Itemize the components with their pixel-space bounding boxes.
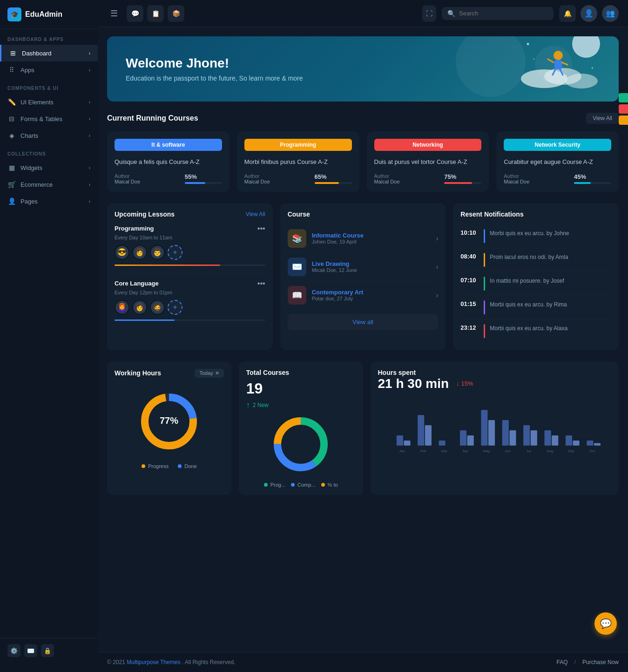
total-courses-title: Total Courses bbox=[246, 369, 356, 376]
svg-rect-34 bbox=[418, 415, 424, 446]
banner-illustration: ✦ ✦ ✦ bbox=[516, 36, 600, 102]
total-courses-panel: Total Courses 19 ↑ 2 New bbox=[239, 361, 363, 495]
sidebar-item-pages[interactable]: 👤 Pages › bbox=[0, 193, 98, 210]
upcoming-title: Upcoming Lessons bbox=[115, 210, 175, 218]
svg-rect-5 bbox=[554, 60, 562, 69]
avatar-5: 👩 bbox=[132, 300, 147, 315]
chat-icon-button[interactable]: 💬 bbox=[127, 5, 143, 22]
course-title-2: Morbi finibus purus Course A-Z bbox=[244, 157, 352, 167]
sri-green[interactable] bbox=[619, 93, 628, 102]
chart-icon: ◈ bbox=[7, 131, 16, 140]
svg-rect-51 bbox=[594, 443, 600, 445]
svg-rect-44 bbox=[523, 425, 530, 446]
arrow-icon-1: › bbox=[436, 235, 439, 242]
legend-done: Done bbox=[178, 463, 196, 469]
sidebar-section-components: COMPONENTS & UI bbox=[0, 78, 98, 94]
add-participant-button[interactable]: + bbox=[168, 245, 182, 260]
notif-item-2: 08:40 Proin iacul eros no odi. by Amla bbox=[460, 248, 611, 272]
notif-time-1: 10:10 bbox=[460, 229, 479, 243]
svg-text:77%: 77% bbox=[160, 415, 178, 426]
sidebar-item-widgets[interactable]: ▦ Widgets › bbox=[0, 159, 98, 176]
add-participant-button-2[interactable]: + bbox=[168, 300, 182, 315]
search-input[interactable] bbox=[459, 10, 548, 17]
course-info-3: Contemporary Art Potar doe, 27 July bbox=[312, 289, 431, 301]
floating-action-button[interactable]: 💬 bbox=[594, 612, 617, 635]
svg-point-3 bbox=[565, 74, 598, 88]
view-all-courses-button[interactable]: View all bbox=[288, 314, 439, 330]
welcome-banner: Welcome Jhone! Education is the passport… bbox=[107, 36, 619, 102]
apps-icon: ⠿ bbox=[7, 66, 16, 74]
purchase-now-link[interactable]: Purchase Now bbox=[582, 659, 619, 665]
lesson-avatars-1: 😎 👩 👨 + bbox=[115, 245, 265, 260]
svg-rect-40 bbox=[481, 410, 487, 446]
mail-icon[interactable]: ✉️ bbox=[24, 644, 37, 657]
avatar-2: 👩 bbox=[132, 245, 147, 260]
svg-rect-48 bbox=[565, 435, 572, 445]
sidebar-item-label: Widgets bbox=[20, 164, 84, 171]
settings-icon[interactable]: ⚙️ bbox=[7, 644, 20, 657]
clipboard-icon-button[interactable]: 📋 bbox=[147, 5, 164, 22]
course-tag-1: It & software bbox=[115, 139, 222, 151]
sidebar-item-ui-elements[interactable]: ✏️ UI Elements › bbox=[0, 94, 98, 110]
courses-view-all-button[interactable]: View All bbox=[586, 113, 619, 124]
sri-yellow[interactable] bbox=[619, 115, 628, 125]
logo-icon: 🎓 bbox=[7, 7, 21, 21]
faq-link[interactable]: FAQ bbox=[557, 659, 568, 665]
sri-red[interactable] bbox=[619, 104, 628, 114]
course-info-2: Live Drawing Micak Doe, 12 June bbox=[312, 260, 431, 273]
course-item-3[interactable]: 📖 Contemporary Art Potar doe, 27 July › bbox=[288, 281, 439, 309]
course-item-name-3: Contemporary Art bbox=[312, 289, 431, 296]
sidebar-item-ecommerce[interactable]: 🛒 Ecommerce › bbox=[0, 176, 98, 193]
lesson-name-2: Core Language bbox=[115, 280, 159, 287]
course-item-meta-2: Micak Doe, 12 June bbox=[312, 267, 431, 273]
hours-spent-panel: Hours spent 21 h 30 min ↓ 15% bbox=[371, 361, 619, 495]
user-avatar[interactable]: 👤 bbox=[581, 5, 597, 22]
lock-icon[interactable]: 🔒 bbox=[41, 644, 54, 657]
sidebar-item-label: Forms & Tables bbox=[20, 115, 84, 122]
sidebar-item-apps[interactable]: ⠿ Apps › bbox=[0, 61, 98, 78]
sidebar-item-dashboard[interactable]: ⊞ Dashboard › bbox=[0, 45, 98, 61]
search-box[interactable]: 🔍 bbox=[442, 7, 554, 20]
course-title-4: Curabitur eget augue Course A-Z bbox=[504, 157, 611, 167]
notification-bell-button[interactable]: 🔔 bbox=[559, 5, 576, 22]
down-arrow-icon: ↓ bbox=[456, 380, 459, 387]
sidebar-item-label: Ecommerce bbox=[20, 181, 84, 188]
notif-item-1: 10:10 Morbi quis ex eu arcu. by Johne bbox=[460, 224, 611, 248]
course-item-1[interactable]: 📚 Informatic Course Johen Doe, 19 April … bbox=[288, 224, 439, 253]
lesson-menu-1[interactable]: ••• bbox=[257, 224, 265, 233]
svg-rect-38 bbox=[459, 430, 466, 446]
svg-rect-45 bbox=[530, 430, 537, 446]
course-item-2[interactable]: ✉️ Live Drawing Micak Doe, 12 June › bbox=[288, 253, 439, 281]
users-icon-button[interactable]: 👥 bbox=[602, 5, 619, 22]
package-icon-button[interactable]: 📦 bbox=[168, 5, 184, 22]
lesson-menu-2[interactable]: ••• bbox=[257, 279, 265, 288]
header: ☰ 💬 📋 📦 ⛶ 🔍 🔔 👤 👥 bbox=[98, 0, 628, 27]
chevron-right-icon: › bbox=[89, 68, 90, 73]
sidebar-item-charts[interactable]: ◈ Charts › bbox=[0, 127, 98, 144]
working-hours-donut: 77% bbox=[115, 384, 224, 459]
upcoming-view-all[interactable]: View All bbox=[246, 211, 265, 217]
new-count-label: 2 New bbox=[253, 402, 269, 408]
course-pct-1: 55% bbox=[185, 173, 222, 180]
svg-line-6 bbox=[548, 59, 554, 62]
lesson-name-1: Programming bbox=[115, 225, 154, 232]
logo-text: EduAdmin bbox=[25, 10, 62, 19]
svg-rect-43 bbox=[509, 430, 516, 446]
course-author-label-3: Author bbox=[374, 173, 400, 179]
notif-text-2: Proin iacul eros no odi. by Amla bbox=[490, 253, 568, 267]
notif-time-3: 07:10 bbox=[460, 277, 479, 291]
fullscreen-button[interactable]: ⛶ bbox=[422, 5, 436, 22]
sidebar-section-dashboard-apps: DASHBOARD & APPS bbox=[0, 29, 98, 45]
svg-rect-35 bbox=[425, 425, 431, 446]
sidebar-item-forms-tables[interactable]: ⊟ Forms & Tables › bbox=[0, 110, 98, 127]
badge-close-icon[interactable]: ✕ bbox=[215, 370, 219, 376]
course-icon-1: 📚 bbox=[288, 229, 306, 248]
total-courses-donut bbox=[246, 409, 356, 479]
course-meta-4: Author Maical Doe 45% bbox=[504, 173, 611, 184]
notif-divider-3 bbox=[484, 277, 485, 291]
banner-greeting: Welcome Jhone! bbox=[126, 56, 303, 71]
menu-toggle-button[interactable]: ☰ bbox=[107, 7, 121, 20]
svg-rect-39 bbox=[467, 435, 473, 445]
svg-rect-46 bbox=[544, 430, 551, 446]
course-meta-3: Author Maical Doe 75% bbox=[374, 173, 482, 184]
